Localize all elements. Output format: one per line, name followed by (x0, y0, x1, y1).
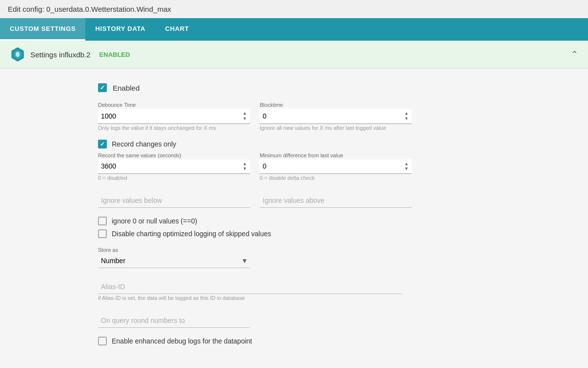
record-same-spin-down[interactable]: ▼ (242, 166, 248, 172)
record-same-values-input[interactable] (98, 161, 242, 171)
alias-id-group: if Alias-ID is set, the data will be log… (98, 280, 568, 301)
record-same-values-label: Record the same values (seconds) (98, 152, 250, 158)
blocktime-input-wrapper: ▲ ▼ (260, 109, 412, 124)
enabled-row: Enabled (98, 83, 568, 92)
ignore-below-wrapper (98, 194, 250, 208)
record-changes-label: Record changes only (112, 140, 176, 148)
ignore-below-input[interactable] (98, 196, 250, 205)
ignore-null-row: ignore 0 or null values (==0) (98, 217, 568, 225)
debounce-time-input-wrapper: ▲ ▼ (98, 109, 250, 124)
store-as-select-wrapper: Number String Boolean ▼ (98, 254, 250, 268)
record-same-values-hint: 0 = disabled (98, 175, 250, 181)
ignore-above-input[interactable] (260, 196, 412, 205)
enabled-label: Enabled (113, 84, 140, 92)
debounce-spin-up[interactable]: ▲ (242, 111, 248, 116)
settings-header-left: Settings influxdb.2 ENABLED (10, 47, 130, 62)
record-same-values-wrapper: ▲ ▼ (98, 159, 250, 174)
blocktime-label: Blocktime (260, 102, 412, 108)
alias-id-input[interactable] (98, 280, 402, 294)
min-difference-label: Minimum difference from last value (260, 152, 412, 158)
page-title: Edit config: 0_userdata.0.Wetterstation.… (0, 0, 588, 18)
record-same-spin-buttons: ▲ ▼ (242, 161, 248, 172)
debounce-time-hint: Only logs the value if it stays unchange… (98, 125, 250, 131)
disable-charting-checkbox[interactable] (98, 229, 107, 238)
main-content: Enabled Debounce Time ▲ ▼ Only logs the … (0, 69, 588, 368)
ignore-null-checkbox[interactable] (98, 217, 107, 225)
blocktime-hint: Ignore all new values for X ms after las… (260, 125, 412, 131)
on-query-round-wrapper (98, 314, 250, 328)
ignore-null-label: ignore 0 or null values (==0) (112, 217, 197, 225)
min-difference-input[interactable] (260, 161, 403, 171)
min-difference-spin-down[interactable]: ▼ (403, 166, 410, 172)
record-changes-checkbox[interactable] (98, 140, 107, 148)
blocktime-spin-buttons: ▲ ▼ (403, 111, 410, 122)
tab-bar: CUSTOM SETTINGS HISTORY DATA CHART (0, 18, 588, 41)
record-same-spin-up[interactable]: ▲ (242, 161, 248, 167)
min-difference-group: Minimum difference from last value ▲ ▼ 0… (260, 152, 412, 181)
enable-debug-checkbox[interactable] (98, 337, 107, 345)
debounce-spin-buttons: ▲ ▼ (242, 111, 248, 122)
select-arrow-icon: ▼ (241, 257, 248, 265)
store-as-label: Store as (98, 247, 568, 253)
min-difference-hint: 0 = disable delta check (260, 175, 412, 181)
disable-charting-label: Disable charting optimized logging of sk… (112, 230, 271, 238)
enabled-checkbox[interactable] (98, 83, 107, 92)
collapse-button[interactable]: ⌃ (571, 49, 578, 60)
blocktime-spin-up[interactable]: ▲ (403, 111, 410, 116)
disable-charting-row: Disable charting optimized logging of sk… (98, 229, 568, 238)
debounce-blocktime-row: Debounce Time ▲ ▼ Only logs the value if… (98, 102, 568, 131)
debounce-spin-down[interactable]: ▼ (242, 116, 248, 122)
min-difference-spin-buttons: ▲ ▼ (403, 161, 410, 172)
on-query-round-group (98, 313, 568, 328)
enabled-badge: ENABLED (99, 51, 130, 58)
store-as-select[interactable]: Number String Boolean (98, 256, 241, 266)
ignore-above-wrapper (260, 194, 412, 208)
debounce-time-input[interactable] (98, 111, 242, 121)
on-query-round-input[interactable] (98, 316, 250, 325)
min-difference-spin-up[interactable]: ▲ (403, 161, 410, 167)
settings-title: Settings influxdb.2 (30, 50, 91, 59)
blocktime-group: Blocktime ▲ ▼ Ignore all new values for … (260, 102, 412, 131)
enable-debug-label: Enable enhanced debug logs for the datap… (112, 337, 252, 345)
store-as-group: Store as Number String Boolean ▼ (98, 247, 568, 268)
alias-id-hint: if Alias-ID is set, the data will be log… (98, 295, 568, 301)
blocktime-spin-down[interactable]: ▼ (403, 116, 410, 122)
debounce-time-label: Debounce Time (98, 102, 250, 108)
ignore-values-row (98, 193, 568, 208)
influxdb-icon (10, 47, 25, 62)
tab-chart[interactable]: CHART (155, 18, 199, 41)
alias-id-wrapper (98, 280, 402, 294)
enable-debug-row: Enable enhanced debug logs for the datap… (98, 337, 568, 345)
tab-custom-settings[interactable]: CUSTOM SETTINGS (0, 18, 85, 41)
blocktime-input[interactable] (260, 111, 403, 121)
min-difference-wrapper: ▲ ▼ (260, 159, 412, 174)
record-changes-row: Record changes only (98, 140, 568, 148)
settings-header: Settings influxdb.2 ENABLED ⌃ (0, 41, 588, 69)
debounce-time-group: Debounce Time ▲ ▼ Only logs the value if… (98, 102, 250, 131)
record-same-mindiff-row: Record the same values (seconds) ▲ ▼ 0 =… (98, 152, 568, 181)
tab-history-data[interactable]: HISTORY DATA (85, 18, 155, 41)
record-same-values-group: Record the same values (seconds) ▲ ▼ 0 =… (98, 152, 250, 181)
